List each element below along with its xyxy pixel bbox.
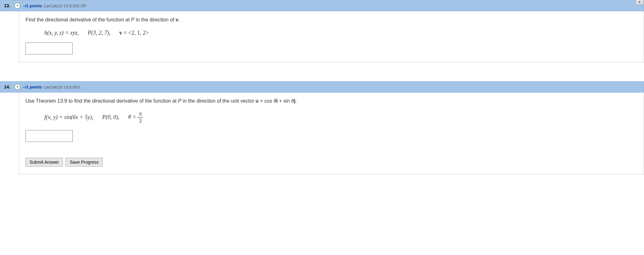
denominator: 3 (138, 117, 143, 124)
text: in the direction of the unit vector (181, 98, 256, 104)
points-label: –/1 points (23, 3, 42, 8)
text: θ = (128, 114, 138, 120)
math-expression: h(x, y, z) = xyz, P(3, 2, 7), v = <2, 1,… (44, 30, 637, 36)
text: = <2, 1, 2> (122, 30, 149, 36)
text: v (176, 17, 178, 22)
answer-input[interactable] (25, 42, 73, 54)
text: θ (274, 98, 276, 104)
question-body: Use Theorem 13.9 to find the directional… (19, 93, 644, 174)
source-label: LarCalc10 13.6.502.XP. (44, 3, 87, 8)
text: P (178, 98, 181, 104)
question-prompt: Find the directional derivative of the f… (25, 17, 637, 23)
text: = cos (259, 98, 274, 104)
answer-input[interactable] (25, 130, 73, 142)
question-prompt: Use Theorem 13.9 to find the directional… (25, 98, 637, 104)
question-block: 13. + –/1 points LarCalc10 13.6.502.XP. … (0, 0, 644, 62)
points-label: –/1 points (23, 85, 42, 89)
text: P (131, 17, 134, 22)
question-number: 14. (4, 84, 10, 89)
question-number: 13. (4, 3, 10, 8)
function-def: f(x, y) = sin(6x + 5y), (44, 114, 93, 121)
expand-icon[interactable]: + (14, 84, 20, 90)
text: θ (291, 98, 294, 104)
text: . (296, 98, 297, 104)
theta-def: θ = π3 (128, 111, 143, 124)
text: Find the directional derivative of the f… (25, 17, 131, 22)
save-progress-button[interactable]: Save Progress (65, 158, 103, 167)
text: in the direction of (134, 17, 176, 22)
numerator: π (138, 111, 143, 117)
point-def: P(3, 2, 7), (88, 30, 110, 36)
scroll-up-icon[interactable]: ▲ (636, 0, 644, 5)
question-header: 14. + –/1 points LarCalc10 13.6.003. (0, 81, 644, 93)
text: u (256, 98, 259, 104)
text: Use Theorem 13.9 to find the directional… (25, 98, 178, 104)
text: . (178, 17, 180, 22)
submit-answer-button[interactable]: Submit Answer (25, 158, 63, 167)
question-header: 13. + –/1 points LarCalc10 13.6.502.XP. … (0, 0, 644, 11)
point-def: P(0, 0), (102, 114, 119, 121)
vector-def: v = <2, 1, 2> (119, 30, 149, 36)
function-def: h(x, y, z) = xyz, (44, 30, 79, 36)
expand-icon[interactable]: + (14, 3, 20, 8)
question-body: Find the directional derivative of the f… (19, 11, 644, 62)
fraction: π3 (138, 111, 143, 124)
question-block: 14. + –/1 points LarCalc10 13.6.003. Use… (0, 81, 644, 174)
source-label: LarCalc10 13.6.003. (44, 85, 81, 89)
text: + sin (278, 98, 291, 104)
button-row: Submit Answer Save Progress (25, 158, 637, 167)
text: v (119, 30, 122, 36)
math-expression: f(x, y) = sin(6x + 5y), P(0, 0), θ = π3 (44, 111, 637, 124)
